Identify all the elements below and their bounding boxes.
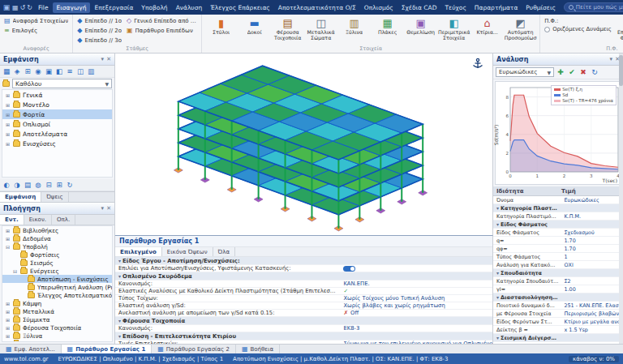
property-row[interactable]: Ελαστική ανάλυση γ/Sd: Χωρίς βλάβες και … [115,302,492,310]
ribbon-small-button[interactable]: ▤Αναφορά Στοιχείων [2,16,70,25]
ribbon-small-button[interactable]: ▣Παράθυρο Επιπέδων [125,26,199,35]
property-row[interactable]: Σεισμική Διέγερση Έδαφος [493,334,623,342]
expand-icon[interactable]: ⊞ [5,341,11,343]
property-value[interactable]: ΟΧΙ [561,262,623,268]
menu-tab[interactable]: Υποβολή [137,2,171,13]
scrollbar-thumb[interactable] [619,55,623,86]
tree-item[interactable]: ⊞ Ξύλινα [2,332,112,340]
tree-item[interactable]: Φορτίσεις [2,251,112,259]
panel-tab[interactable]: Όλα [213,247,235,256]
sections-icon[interactable]: ◧ [54,66,64,76]
refresh-icon[interactable]: ↻ [590,67,599,77]
tree-item[interactable]: ⊞ Δεδομένα [2,234,112,242]
panel-tab[interactable]: Εικον. [24,215,52,225]
property-row[interactable]: qφ= 1.70 [493,245,623,253]
expand-icon[interactable]: ⊞ [5,317,11,323]
ribbon-big-button[interactable]: ▮Στύλοι [204,16,238,45]
tree-item[interactable]: Σεισμός [2,259,112,267]
property-value[interactable]: Χωρίς βλάβες και χωρίς ρηγμάτωση [340,302,492,309]
property-row[interactable]: Οπλισμένο Σκυρόδεμα [115,272,492,280]
menu-tab[interactable]: Οπλισμός [360,2,397,13]
ribbon-small-button[interactable]: ◇Γενικό Επίπεδο από 2 σημεία [125,16,199,25]
property-value[interactable]: Περιορισμός βλαβών [561,310,623,317]
delete-icon[interactable]: ✖ [578,67,588,77]
tree-item[interactable]: ⊞ Γενικά [2,90,112,100]
property-value[interactable]: ΚΑΝ.ΕΠΕ. [340,280,492,287]
ribbon-big-button[interactable]: ◫Μεταλλικά Σώματα [304,16,337,45]
property-value[interactable]: Κτίριο με μεγάλα ανοίγματα Ο.Σ. [561,319,623,325]
materials-icon[interactable]: ▥ [86,66,96,76]
view-side-icon[interactable]: ◑ [12,180,22,190]
property-value[interactable]: Σχεδιασμού [561,229,623,236]
view-top-icon[interactable]: ▤ [23,180,32,190]
window-tab[interactable]: ▦Βοήθεια [236,345,280,353]
property-row[interactable]: Είδος Έργου - Αποτίμηση/Ενισχύσεις: [115,257,492,265]
property-value[interactable]: ΕΚ8-3 [340,325,492,332]
menu-tab[interactable]: Επεξεργασία [90,2,137,13]
grid-icon[interactable]: ⊞ [23,66,32,76]
tell-me-search[interactable] [564,2,623,12]
view-3d-icon[interactable]: ◍ [33,180,43,190]
window-tab[interactable]: ▦Εμφ. Αποτελ... [0,345,62,353]
ribbon-big-button[interactable]: ▬Δοκοί [238,16,271,45]
property-row[interactable]: Είδος Φάσματος Σχεδιασμού [493,229,623,237]
expand-icon[interactable]: ⊞ [5,122,11,127]
property-value[interactable]: 1 [561,254,623,260]
panel-tab[interactable]: Εμφάνιση [0,192,41,202]
list-icon[interactable]: ≡ [65,66,75,76]
panel-tab[interactable]: Εντ. [0,215,24,225]
display-options-icon[interactable]: ▦ [2,66,11,76]
property-row[interactable]: Όνομα Ευρωκώδικες [493,196,623,204]
property-value[interactable]: Ευρωκώδικες [561,197,623,203]
property-row[interactable]: Ποιοτικό δυναμικό δ... 251 - ΚΑΝ.ΕΠΕ. Ελ… [493,302,623,310]
ribbon-big-button[interactable]: ◩Αυτόματη Προσομοίωση Μεταλλικών Κτιρίων [504,16,537,45]
property-value[interactable]: Σ2 [561,278,623,285]
tree-item[interactable]: ⊞ Μοντέλο [2,100,112,109]
ribbon-big-button[interactable]: ▥Ξύλινα [337,16,371,45]
redo-icon[interactable]: ↻ [26,4,33,11]
website-link[interactable]: www.tol.com.gr [4,356,48,362]
windows-icon[interactable]: ◫ [75,66,85,76]
property-value[interactable] [340,266,492,272]
expand-icon[interactable]: ⊞ [5,325,11,331]
ribbon-big-button[interactable]: ▤Φέρουσα Τοιχοποιία [271,16,304,45]
tree-item[interactable]: ⊞ Μεταλλικά [2,307,112,315]
ribbon-big-button[interactable]: ▣Θεμελίωση [404,16,437,45]
menu-tab[interactable]: File [34,2,53,13]
property-row[interactable]: Είδος Φερόντων Στ... Κτίριο με μεγάλα αν… [493,318,623,326]
property-row[interactable]: Ελαστικές Αναλύσεις με Καθολικό Δείκτη Π… [115,288,492,295]
panel-tab[interactable]: Εικόνα Όψεων [162,247,213,256]
expand-icon[interactable]: ⊞ [5,236,11,242]
ribbon-big-button[interactable]: ⌂Κτίρια... [470,16,504,45]
property-row[interactable]: Κατηγορία Σπουδαιότητας Σ2 [493,277,623,285]
property-row[interactable]: Επιλύει για Αποτύπωση/Ενισχύσεις, Υφιστά… [115,265,492,272]
expand-icon[interactable]: ⊞ [5,102,11,108]
property-value[interactable]: 1.70 [561,246,623,252]
tree-item[interactable]: ⊟ Υποβολή [2,242,112,251]
refresh-view-icon[interactable]: ↻ [65,180,75,190]
layers-icon[interactable]: ◈ [12,66,22,76]
expand-icon[interactable]: ⊞ [5,301,11,306]
3d-model-viewport[interactable] [115,54,493,235]
apply-icon[interactable]: ✔ [567,67,577,77]
close-icon[interactable]: ✕ [106,205,111,212]
menu-tab[interactable]: Τεύχος [441,2,470,13]
ribbon-small-button[interactable]: ◆Επίπεδο // 1ο [75,16,123,25]
window-tab[interactable]: ▦Παράθυρο Εργασίας 2 [152,345,236,353]
menu-tab[interactable]: Σχέδια CAD [397,2,441,13]
menu-tab[interactable]: Έλεγχος Επάρκειας [206,2,274,13]
property-row[interactable]: Φέρουσα Τοιχοποιία [115,317,492,325]
close-icon[interactable]: ✕ [106,56,111,62]
property-row[interactable]: Διαστασιολόγηση Στοιχείων [493,293,623,302]
property-value[interactable]: 1.00 [561,286,623,293]
property-row[interactable]: Τύπος Φάσματος 1 [493,253,623,261]
expand-icon[interactable]: ⊞ [5,92,11,98]
view-front-icon[interactable]: ◐ [2,180,11,190]
tree-item[interactable]: ⊞ Σύμμικτα [2,315,112,323]
menu-tab[interactable]: Ρυθμίσεις [522,2,560,13]
scrollbar[interactable] [619,54,623,344]
pf-radio-option[interactable]: Οριζόμενες Δυνάμεις [544,26,612,32]
menu-tab[interactable]: Αποτελεσματικότητα Ο/Σ [274,2,360,13]
property-value[interactable]: ✗ Off [340,310,492,316]
ribbon-big-button[interactable]: ◧Περιμετρικά Στοιχεία Πλάκας [437,16,470,45]
